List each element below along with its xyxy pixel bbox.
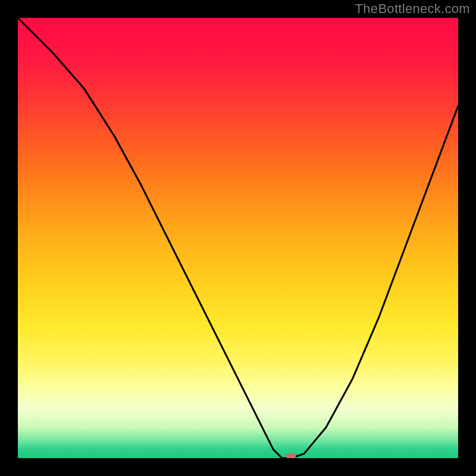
watermark-label: TheBottleneck.com [355,1,470,17]
bottleneck-curve-path [18,18,458,458]
optimal-point-marker [286,453,296,458]
bottleneck-curve-svg [18,18,458,458]
chart-container: TheBottleneck.com [0,0,476,476]
plot-area [18,18,458,458]
